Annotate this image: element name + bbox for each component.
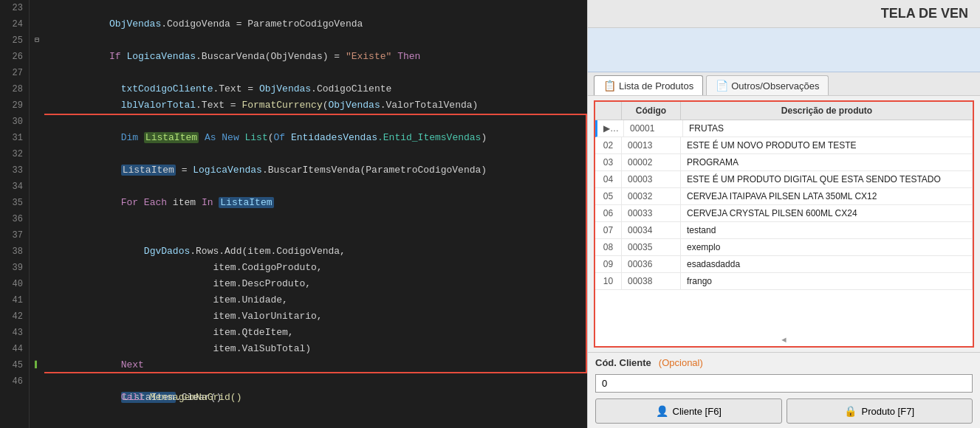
- row-code: 00032: [622, 188, 681, 204]
- row-desc: PROGRAMA: [681, 154, 973, 170]
- code-line: item.Unidade,: [52, 276, 587, 292]
- table-row[interactable]: 03 00002 PROGRAMA: [595, 154, 973, 171]
- col-header-code: Código: [622, 102, 681, 120]
- row-code: 00035: [622, 239, 681, 255]
- row-desc: exemplo: [681, 239, 973, 255]
- row-num: 09: [595, 256, 622, 272]
- top-area: [588, 28, 980, 72]
- products-grid[interactable]: Código Descrição de produto ▶ 01 00001 F…: [594, 100, 974, 348]
- row-desc: frango: [681, 273, 973, 289]
- row-code: 00003: [622, 171, 681, 187]
- row-num: 07: [595, 222, 622, 238]
- table-row[interactable]: 10 00038 frango: [595, 273, 973, 290]
- produto-button[interactable]: 🔒 Produto [F7]: [787, 398, 973, 424]
- scroll-hint: ◄: [595, 334, 973, 346]
- row-num: 08: [595, 239, 622, 255]
- table-row[interactable]: ▶ 01 00001 FRUTAS: [595, 120, 973, 137]
- row-desc: ESTE É UM PRODUTO DIGITAL QUE ESTA SENDO…: [681, 171, 973, 187]
- row-code: 00034: [622, 222, 681, 238]
- line-numbers: 23 24 25 26 27 28 29 30 31 32 33 34 35 3…: [0, 0, 30, 428]
- grid-header: Código Descrição de produto: [595, 102, 973, 120]
- tab-lista-produtos[interactable]: 📋 Lista de Produtos: [594, 75, 703, 95]
- table-row[interactable]: 05 00032 CERVEJA ITAIPAVA PILSEN LATA 35…: [595, 188, 973, 205]
- client-label: Cód. Cliente: [595, 357, 651, 368]
- lock-icon: 🔒: [844, 405, 857, 417]
- optional-label: (Opcional): [659, 357, 703, 368]
- grid-body[interactable]: ▶ 01 00001 FRUTAS 02 00013 ESTE É UM NOV…: [595, 120, 973, 334]
- client-input[interactable]: [595, 374, 973, 393]
- row-num: ▶ 01: [597, 120, 624, 137]
- code-line: item.DescProduto,: [52, 260, 587, 276]
- table-row[interactable]: 04 00003 ESTE É UM PRODUTO DIGITAL QUE E…: [595, 171, 973, 188]
- person-icon: 👤: [656, 405, 668, 417]
- code-line: [52, 97, 587, 114]
- table-row[interactable]: 06 00033 CERVEJA CRYSTAL PILSEN 600ML CX…: [595, 205, 973, 222]
- row-num: 10: [595, 273, 622, 289]
- list-icon: 📋: [603, 80, 616, 92]
- code-line: txtCodigoCliente.Text = ObjVendas.Codigo…: [52, 65, 587, 81]
- code-line: [52, 211, 587, 227]
- table-row[interactable]: 08 00035 exemplo: [595, 239, 973, 256]
- code-line: ObjVendas.CodigoVenda = ParametroCodigoV…: [52, 0, 587, 16]
- code-line: item.CodigoProduto,: [52, 244, 587, 260]
- col-header-desc: Descrição de produto: [681, 102, 973, 120]
- table-row[interactable]: 02 00013 ESTE É UM NOVO PRODUTO EM TESTE: [595, 137, 973, 154]
- table-row[interactable]: 09 00036 esadasdadda: [595, 256, 973, 273]
- code-line: [52, 49, 587, 65]
- code-lines[interactable]: ObjVendas.CodigoVenda = ParametroCodigoV…: [44, 0, 587, 428]
- code-line: [52, 162, 587, 179]
- tabs-bar: 📋 Lista de Produtos 📄 Outros/Observações: [588, 72, 980, 96]
- row-desc: esadasdadda: [681, 256, 973, 272]
- code-line: If LogicaVendas.BuscarVenda(ObjVendas) =…: [52, 32, 587, 49]
- row-num: 05: [595, 188, 622, 204]
- code-line: For Each item In ListaItem: [52, 179, 587, 195]
- code-line: Next: [52, 341, 587, 357]
- code-editor[interactable]: 23 24 25 26 27 28 29 30 31 32 33 34 35 3…: [0, 0, 587, 428]
- cliente-button[interactable]: 👤 Cliente [F6]: [595, 398, 782, 424]
- row-code: 00038: [622, 273, 681, 289]
- code-line: item.ValorUnitario,: [52, 292, 587, 308]
- code-line: item.QtdeItem,: [52, 308, 587, 325]
- code-line: [52, 195, 587, 211]
- code-line: [52, 130, 587, 146]
- row-num: 03: [595, 154, 622, 170]
- row-num: 04: [595, 171, 622, 187]
- row-desc: ESTE É UM NOVO PRODUTO EM TESTE: [681, 137, 973, 153]
- tab-outros-observacoes[interactable]: 📄 Outros/Observações: [706, 75, 829, 95]
- line-indicators: ⊟ ▌: [30, 0, 44, 428]
- row-desc: CERVEJA CRYSTAL PILSEN 600ML CX24: [681, 205, 973, 221]
- col-header-num: [595, 102, 622, 120]
- code-line: lblValorTotal.Text = FormatCurrency(ObjV…: [52, 81, 587, 97]
- action-buttons-row: 👤 Cliente [F6] 🔒 Produto [F7]: [595, 398, 973, 424]
- table-row[interactable]: 07 00034 testand: [595, 222, 973, 239]
- row-code: 00001: [624, 120, 683, 137]
- row-code: 00013: [622, 137, 681, 153]
- row-code: 00002: [622, 154, 681, 170]
- code-line: Call MensagemNaGrid(): [52, 373, 587, 390]
- row-num: 02: [595, 137, 622, 153]
- code-line: ListaItem.Clear(): [52, 357, 587, 373]
- row-desc: CERVEJA ITAIPAVA PILSEN LATA 350ML CX12: [681, 188, 973, 204]
- row-desc: FRUTAS: [683, 120, 973, 137]
- code-line: Dim ListaItem As New List(Of EntidadesVe…: [52, 114, 587, 130]
- code-line: item.ValSubTotal): [52, 325, 587, 341]
- doc-icon: 📄: [716, 80, 728, 92]
- bottom-area: Cód. Cliente (Opcional) 👤 Cliente [F6] 🔒…: [588, 352, 980, 428]
- right-panel: TELA DE VEN 📋 Lista de Produtos 📄 Outros…: [587, 0, 980, 428]
- row-code: 00033: [622, 205, 681, 221]
- row-num: 06: [595, 205, 622, 221]
- code-line: ListaItem = LogicaVendas.BuscarItemsVend…: [52, 146, 587, 162]
- code-line: [52, 16, 587, 32]
- code-line: DgvDados.Rows.Add(item.CodigoVenda,: [52, 227, 587, 244]
- panel-title: TELA DE VEN: [588, 0, 980, 28]
- row-desc: testand: [681, 222, 973, 238]
- row-code: 00036: [622, 256, 681, 272]
